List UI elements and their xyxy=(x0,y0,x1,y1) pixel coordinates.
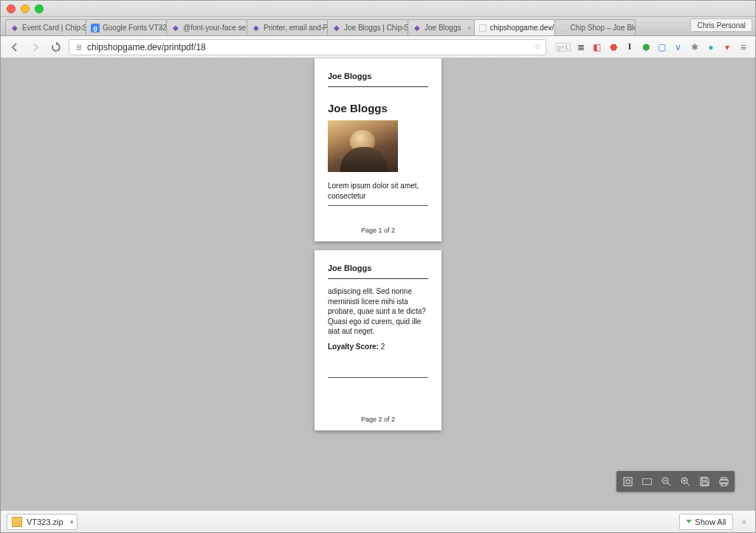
tab-close-icon[interactable]: × xyxy=(548,24,551,32)
tab-printer-email[interactable]: ◆ Printer, email and PD… × xyxy=(247,19,328,35)
favicon-icon xyxy=(560,24,567,32)
divider xyxy=(328,278,428,279)
tab-close-icon[interactable]: × xyxy=(159,24,163,32)
tab-google-fonts[interactable]: g Google Fonts VT323 × xyxy=(86,19,167,35)
favicon-icon: ◆ xyxy=(332,24,341,32)
tab-label: @font-your-face se… xyxy=(183,24,247,32)
tab-close-icon[interactable]: × xyxy=(401,24,405,32)
tab-close-icon[interactable]: × xyxy=(628,24,632,32)
save-button[interactable] xyxy=(695,473,713,489)
favicon-icon: ◆ xyxy=(10,24,19,32)
window-titlebar xyxy=(1,1,755,17)
tab-close-icon[interactable]: × xyxy=(240,24,244,32)
loyalty-label: Loyalty Score: xyxy=(328,343,379,351)
zip-file-icon xyxy=(12,517,22,527)
page-footer: Page 1 of 2 xyxy=(328,224,428,234)
tab-joe-bloggs[interactable]: ◆ Joe Bloggs × xyxy=(408,19,475,35)
extension-icon[interactable]: ▢ xyxy=(656,41,668,53)
tab-event-card[interactable]: ◆ Event Card | Chip Sh… × xyxy=(5,19,86,35)
tab-label: Chip Shop – Joe Blo… xyxy=(570,24,636,32)
pdf-toolbar xyxy=(616,471,735,492)
instapaper-extension-icon[interactable]: I xyxy=(624,41,636,53)
tab-label: Joe Bloggs | Chip Sh… xyxy=(344,24,408,32)
fit-page-button[interactable] xyxy=(619,473,636,489)
tab-close-icon[interactable]: × xyxy=(79,24,83,32)
back-button[interactable] xyxy=(7,39,23,55)
toolbar: 🗎 ☆ g+1 ≣ ◧ ⬣ I ⬢ ▢ ∨ ✱ ● ▾ ≡ xyxy=(1,36,755,58)
svg-rect-1 xyxy=(642,478,651,484)
download-filename: VT323.zip xyxy=(27,517,63,526)
close-window-button[interactable] xyxy=(7,4,16,13)
extension-icon[interactable]: ● xyxy=(705,41,717,53)
extension-icon[interactable]: ∨ xyxy=(673,41,684,53)
tab-font-your-face[interactable]: ◆ @font-your-face se… × xyxy=(166,19,247,35)
favicon-icon: ◆ xyxy=(413,24,422,32)
reload-button[interactable] xyxy=(48,39,64,55)
portrait-image xyxy=(328,120,398,172)
show-all-label: Show All xyxy=(695,517,726,526)
svg-rect-0 xyxy=(624,478,632,486)
fit-width-button[interactable] xyxy=(638,473,656,489)
extension-icon[interactable]: ◧ xyxy=(591,41,603,53)
page-title: Joe Bloggs xyxy=(328,102,428,114)
zoom-out-button[interactable] xyxy=(657,473,675,489)
pdf-page-2: Joe Bloggs adipiscing elit. Sed nonne me… xyxy=(315,250,441,430)
pocket-extension-icon[interactable]: ▾ xyxy=(721,41,733,53)
svg-rect-10 xyxy=(702,482,707,485)
downloads-bar: VT323.zip ▾ Show All × xyxy=(1,510,755,532)
tab-joe-bloggs-chip[interactable]: ◆ Joe Bloggs | Chip Sh… × xyxy=(327,19,408,35)
gplus-extension-icon[interactable]: g+1 xyxy=(555,43,571,52)
pdf-viewport[interactable]: Joe Bloggs Joe Bloggs Lorem ipsum dolor … xyxy=(1,58,755,510)
page-footer: Page 2 of 2 xyxy=(328,413,428,423)
divider xyxy=(328,205,428,206)
minimize-window-button[interactable] xyxy=(21,4,30,13)
tab-label: chipshopgame.dev/… xyxy=(489,24,555,32)
favicon-icon: g xyxy=(91,24,100,32)
svg-line-6 xyxy=(687,483,690,486)
show-all-downloads-button[interactable]: Show All xyxy=(679,514,732,530)
buffer-extension-icon[interactable]: ≣ xyxy=(575,41,587,53)
divider xyxy=(328,86,428,87)
bookmark-star-icon[interactable]: ☆ xyxy=(534,42,541,52)
divider xyxy=(328,377,428,378)
tab-close-icon[interactable]: × xyxy=(467,24,471,32)
pdf-page-1: Joe Bloggs Joe Bloggs Lorem ipsum dolor … xyxy=(315,58,441,241)
loyalty-value: 2 xyxy=(381,343,385,351)
favicon-icon: ◆ xyxy=(171,24,180,32)
chrome-menu-button[interactable]: ≡ xyxy=(738,41,749,53)
tab-printpdf[interactable]: chipshopgame.dev/… × xyxy=(474,19,555,35)
tab-label: Google Fonts VT323 xyxy=(103,24,167,32)
download-item[interactable]: VT323.zip ▾ xyxy=(7,514,78,530)
extension-icon[interactable]: ⬢ xyxy=(640,41,652,53)
tab-close-icon[interactable]: × xyxy=(320,24,324,32)
tab-chip-shop[interactable]: Chip Shop – Joe Blo… × xyxy=(554,19,636,35)
tab-label: Joe Bloggs xyxy=(425,24,461,32)
close-downloads-bar-button[interactable]: × xyxy=(739,517,749,526)
chevron-down-icon[interactable]: ▾ xyxy=(70,518,74,526)
tab-label: Printer, email and PD… xyxy=(264,24,328,32)
tab-strip: ◆ Event Card | Chip Sh… × g Google Fonts… xyxy=(1,17,755,36)
evernote-extension-icon[interactable]: ✱ xyxy=(689,41,701,53)
page-header: Joe Bloggs xyxy=(328,264,428,272)
download-arrow-icon xyxy=(686,520,692,523)
loyalty-score: Loyalty Score: 2 xyxy=(328,343,428,351)
zoom-in-button[interactable] xyxy=(676,473,694,489)
print-button[interactable] xyxy=(715,473,732,489)
address-bar[interactable]: 🗎 ☆ xyxy=(69,39,546,55)
forward-button[interactable] xyxy=(27,39,44,55)
page-header: Joe Bloggs xyxy=(328,72,428,80)
tab-label: Event Card | Chip Sh… xyxy=(22,24,86,32)
favicon-icon: ◆ xyxy=(252,24,261,32)
svg-rect-9 xyxy=(702,478,707,481)
page-icon: 🗎 xyxy=(74,43,84,52)
extension-icons: g+1 ≣ ◧ ⬣ I ⬢ ▢ ∨ ✱ ● ▾ xyxy=(551,41,733,53)
favicon-icon xyxy=(479,24,487,32)
body-text: Lorem ipsum dolor sit amet, consectetur xyxy=(328,181,428,201)
extension-icon[interactable]: ⬣ xyxy=(608,41,619,53)
url-input[interactable] xyxy=(87,42,531,52)
svg-line-3 xyxy=(667,483,670,486)
body-text: adipiscing elit. Sed nonne merninisti li… xyxy=(328,286,428,337)
profile-button[interactable]: Chris Personal xyxy=(690,18,752,32)
profile-name: Chris Personal xyxy=(697,21,746,30)
zoom-window-button[interactable] xyxy=(35,4,44,13)
